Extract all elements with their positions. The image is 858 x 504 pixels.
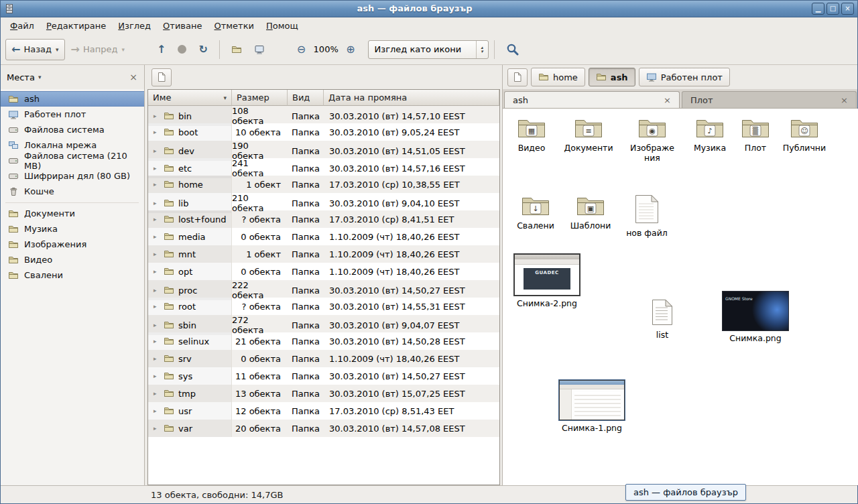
tree-row-etc[interactable]: ▸etc241 обектаПапка30.03.2010 (вт) 14,57… (148, 158, 499, 176)
places-title[interactable]: Места (7, 72, 35, 82)
tree-row-proc[interactable]: ▸proc222 обектаПапка30.03.2010 (вт) 14,5… (148, 280, 499, 298)
breadcrumb-ash[interactable]: ash (589, 68, 635, 86)
column-header-type[interactable]: Вид (288, 90, 324, 106)
maximize-button[interactable]: □ (826, 3, 839, 15)
location-button[interactable] (151, 68, 172, 86)
breadcrumb-desktop[interactable]: Работен плот (639, 68, 730, 86)
icon-folder-downloads[interactable]: ↓Свалени (509, 194, 562, 231)
menu-item-go[interactable]: Отиване (157, 19, 208, 33)
menu-item-help[interactable]: Помощ (260, 19, 304, 33)
icon-folder-music[interactable]: ♪Музика (684, 117, 736, 153)
tab-close-icon[interactable]: × (834, 95, 848, 105)
expander-icon[interactable]: ▸ (154, 129, 160, 135)
sidebar-item-ash[interactable]: ash (0, 91, 144, 107)
column-header-size[interactable]: Размер (232, 90, 288, 106)
icon-image-snimka[interactable]: GNOME StoreСнимка.png (719, 291, 792, 343)
expander-icon[interactable]: ▸ (154, 407, 160, 414)
titlebar[interactable]: ash — файлов браузър ▁ □ × (0, 0, 858, 17)
menu-item-bookmarks[interactable]: Отметки (208, 19, 261, 33)
expander-icon[interactable]: ▸ (154, 355, 160, 362)
icon-file-new[interactable]: нов файл (621, 194, 673, 238)
minimize-button[interactable]: ▁ (812, 3, 824, 15)
places-dropdown-icon[interactable]: ▾ (38, 74, 42, 80)
icon-folder-documents[interactable]: ≡Документи (560, 117, 617, 153)
sidebar-item-desktop[interactable]: Работен плот (0, 107, 144, 122)
sidebar-item-encrypted-80gb[interactable]: Шифриран дял (80 GB) (0, 168, 144, 184)
expander-icon[interactable]: ▸ (154, 216, 160, 223)
icon-view[interactable]: ▦Видео≡Документи◉Изображения♪Музика▒Плот… (503, 109, 858, 485)
expander-icon[interactable]: ▸ (154, 251, 160, 257)
expander-icon[interactable]: ▸ (154, 425, 160, 432)
expander-icon[interactable]: ▸ (154, 200, 160, 206)
home-button[interactable] (225, 39, 248, 60)
breadcrumb-home[interactable]: home (531, 68, 585, 86)
tree-row-tmp[interactable]: ▸tmp13 обектаПапка30.03.2010 (вт) 15,07,… (148, 385, 499, 402)
tree-row-lib[interactable]: ▸lib210 обектаПапка30.03.2010 (вт) 9,04,… (148, 193, 499, 210)
menu-item-file[interactable]: Файл (4, 19, 40, 33)
expander-icon[interactable]: ▸ (154, 338, 160, 344)
sidebar-item-trash[interactable]: Кошче (0, 184, 144, 199)
expander-icon[interactable]: ▸ (154, 268, 160, 275)
icon-folder-pictures[interactable]: ◉Изображения (627, 117, 677, 163)
column-header-date-modified[interactable]: Дата на промяна (324, 90, 499, 106)
menu-item-edit[interactable]: Редактиране (40, 19, 112, 33)
sidebar-item-music[interactable]: Музика (0, 221, 144, 237)
tree-row-opt[interactable]: ▸opt0 обектаПапка1.10.2009 (чт) 18,40,26… (148, 263, 499, 280)
expander-icon[interactable]: ▸ (154, 322, 160, 328)
tree-row-root[interactable]: ▸root? обектаПапка30.03.2010 (вт) 14,55,… (148, 298, 499, 315)
tree-row-var[interactable]: ▸var20 обектаПапка30.03.2010 (вт) 14,57,… (148, 420, 499, 437)
icon-folder-public[interactable]: ☺Публични (778, 117, 831, 153)
icon-folder-video[interactable]: ▦Видео (505, 117, 558, 153)
back-button[interactable]: ← Назад ▾ (5, 39, 65, 60)
tree-row-lost-found[interactable]: ▸lost+found? обектаПапка17.03.2010 (ср) … (148, 210, 499, 228)
stop-button[interactable] (172, 39, 192, 60)
up-button[interactable]: ↑ (151, 39, 172, 60)
column-header-name[interactable]: Име▾ (148, 90, 232, 106)
search-button[interactable] (500, 39, 525, 60)
tree-row-mnt[interactable]: ▸mnt1 обектПапка1.10.2009 (чт) 18,40,26 … (148, 245, 499, 263)
expander-icon[interactable]: ▸ (154, 147, 160, 154)
tree-row-sys[interactable]: ▸sys11 обектаПапка30.03.2010 (вт) 14,50,… (148, 367, 499, 385)
zoom-in-button[interactable]: ⊕ (340, 39, 361, 60)
tree-row-usr[interactable]: ▸usr12 обектаПапка17.03.2010 (ср) 8,51,4… (148, 402, 499, 420)
sort-indicator-icon[interactable]: ▾ (223, 94, 227, 101)
icon-folder-desktop[interactable]: ▒Плот (731, 117, 780, 153)
expander-icon[interactable]: ▸ (154, 390, 160, 397)
tree-row-dev[interactable]: ▸dev190 обектаПапка30.03.2010 (вт) 14,51… (148, 141, 499, 158)
tab-plot[interactable]: Плот× (682, 91, 857, 108)
view-mode-selector[interactable]: Изглед като икони ▴▾ (368, 40, 489, 59)
sidebar-item-pictures[interactable]: Изображения (0, 237, 144, 252)
expander-icon[interactable]: ▸ (154, 233, 160, 240)
reload-button[interactable]: ↻ (192, 39, 213, 60)
expander-icon[interactable]: ▸ (154, 303, 160, 310)
tab-close-icon[interactable]: × (657, 95, 671, 105)
icon-folder-templates[interactable]: ▣Шаблони (564, 194, 617, 231)
close-button[interactable]: × (841, 3, 854, 15)
expander-icon[interactable]: ▸ (154, 165, 160, 172)
menu-item-view[interactable]: Изглед (112, 19, 157, 33)
places-close-icon[interactable]: × (129, 72, 137, 82)
sidebar-item-documents[interactable]: Документи (0, 206, 144, 221)
zoom-out-button[interactable]: ⊖ (291, 39, 312, 60)
tree-row-srv[interactable]: ▸srv0 обектаПапка1.10.2009 (чт) 18,40,26… (148, 350, 499, 367)
expander-icon[interactable]: ▸ (154, 287, 160, 294)
icon-file-list[interactable]: list (641, 299, 684, 340)
sidebar-item-downloads[interactable]: Свалени (0, 267, 144, 283)
tree-row-sbin[interactable]: ▸sbin272 обектаПапка30.03.2010 (вт) 9,04… (148, 315, 499, 332)
edit-location-button[interactable] (507, 68, 528, 86)
tree-row-home[interactable]: ▸home1 обектПапка17.03.2010 (ср) 10,38,5… (148, 176, 499, 193)
computer-button[interactable] (248, 39, 271, 60)
icon-image-snimka-2[interactable]: GUADECСнимка-2.png (512, 253, 582, 308)
tree-row-selinux[interactable]: ▸selinux21 обектаПапка30.03.2010 (вт) 14… (148, 332, 499, 350)
tab-ash[interactable]: ash× (504, 91, 680, 108)
tree-row-media[interactable]: ▸media0 обектаПапка1.10.2009 (чт) 18,40,… (148, 228, 499, 245)
expander-icon[interactable]: ▸ (154, 113, 160, 119)
tree-row-bin[interactable]: ▸bin108 обектаПапка30.03.2010 (вт) 14,57… (148, 106, 499, 123)
sidebar-item-video[interactable]: Видео (0, 252, 144, 267)
tree-row-boot[interactable]: ▸boot10 обектаПапка30.03.2010 (вт) 9,05,… (148, 123, 499, 141)
forward-button[interactable]: → Напред ▾ (65, 39, 131, 60)
back-history-dropdown-icon[interactable]: ▾ (56, 46, 59, 53)
icon-image-snimka-1[interactable]: Снимка-1.png (557, 379, 627, 433)
expander-icon[interactable]: ▸ (154, 181, 160, 188)
expander-icon[interactable]: ▸ (154, 373, 160, 379)
